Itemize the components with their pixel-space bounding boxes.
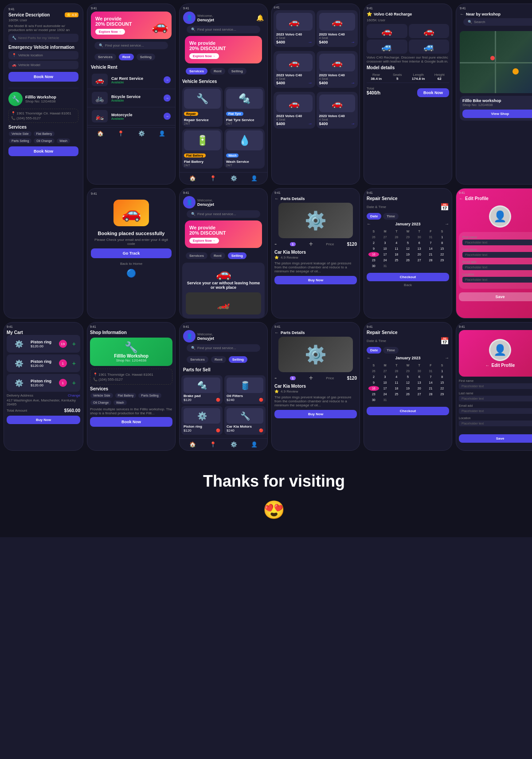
qty-plus[interactable]: + (309, 240, 313, 248)
motorcycle-arrow[interactable]: → (164, 113, 171, 120)
checkout-btn-r3[interactable]: Checkout (367, 407, 449, 415)
lastname-input[interactable]: Placeholder text (462, 252, 532, 258)
change-btn[interactable]: Change (68, 393, 80, 397)
buy-btn-r3[interactable]: Buy Now (274, 410, 357, 418)
explore-r2c3[interactable]: Explore Now → (189, 238, 219, 244)
model-input[interactable]: 🚗 Vehicle Model (8, 61, 78, 69)
brake-pad-card[interactable]: 🔩 Brake pad $120🔴 (181, 375, 223, 404)
cart-add-1[interactable]: + (72, 340, 76, 347)
save-btn-r3[interactable]: Save (459, 434, 532, 443)
save-btn-profile[interactable]: Save (459, 292, 532, 301)
location-input[interactable]: 📍 Vehicle location (8, 51, 78, 59)
volvo-book-btn[interactable]: Book Now (417, 88, 449, 97)
flat-tyre-card[interactable]: 🔩 Flat Tyre Flat Tyre Service 24/7 (224, 87, 265, 127)
time-tab[interactable]: Time (383, 213, 399, 220)
shop-r3-book-btn[interactable]: Book Now (90, 417, 172, 427)
battery-card[interactable]: 🔋 Flat Battery Flat Battery 24/7 (182, 129, 223, 169)
tab-services-col3[interactable]: Services (186, 68, 207, 75)
search-bar[interactable]: 🔍 Find your need service... (94, 42, 168, 49)
car-arrow-2[interactable]: → (351, 39, 355, 44)
nav-profile-col3[interactable]: 👤 (251, 175, 258, 181)
search-r3c3[interactable]: 🔍 Find your need service... (187, 344, 260, 352)
car-arrow-3[interactable]: → (308, 80, 313, 85)
firstname-input-r3[interactable]: Placeholder text (459, 383, 532, 389)
tab-services[interactable]: Services (94, 54, 116, 60)
date-tab[interactable]: Date (367, 213, 381, 220)
nav-settings-icon[interactable]: ⚙️ (138, 130, 145, 137)
back-arrow-col5[interactable]: ⭐ (367, 12, 372, 16)
nav-map-r3c3[interactable]: 📍 (210, 441, 216, 448)
wash-card[interactable]: 💧 Wash Wash Service 24/7 (224, 129, 265, 169)
checkout-btn[interactable]: Checkout (367, 273, 449, 281)
notification-icon[interactable]: 🔔 (256, 14, 264, 21)
go-track-btn[interactable]: Go Track (91, 248, 172, 258)
vehicle-item-car[interactable]: 🚗 Car Rent Service Available → (87, 71, 175, 89)
search-r2c3[interactable]: 🔍 Find your need service... (187, 210, 260, 218)
tab-rent-r3c3[interactable]: Rent (211, 356, 226, 363)
date-tab-r3[interactable]: Date (367, 347, 381, 354)
kia-motors-card[interactable]: 🔧 Car Kia Motors $240🔴 (224, 406, 266, 435)
car-card-3[interactable]: 🚗 2023 Volvo C40 4 Seat $400→ (274, 51, 315, 88)
nav-home-r3c3[interactable]: 🏠 (189, 441, 196, 448)
location-input-r3[interactable]: Placeholder text (459, 421, 532, 426)
next-month-r3[interactable]: → (445, 355, 449, 360)
back-link-calendar[interactable]: Back (367, 283, 449, 287)
tab-rent[interactable]: Rent (119, 54, 134, 60)
shop-book-button[interactable]: Book Now (8, 146, 78, 156)
nav-settings-col3[interactable]: ⚙️ (231, 175, 237, 181)
car-arrow-1[interactable]: → (308, 39, 313, 44)
qty-minus[interactable]: - (274, 240, 277, 248)
tab-selling[interactable]: Selling (137, 54, 155, 60)
tab-selling-r3c3[interactable]: Selling (229, 356, 247, 363)
back-arrow-parts[interactable]: ← (274, 196, 279, 201)
car-card-2[interactable]: 🚗 2023 Volvo C40 4 Seat $400→ (317, 10, 358, 47)
car-arrow-5[interactable]: → (308, 121, 313, 126)
qty-plus-r3[interactable]: + (309, 374, 313, 382)
nav-profile-r3c3[interactable]: 👤 (251, 441, 258, 448)
nav-home-icon[interactable]: 🏠 (97, 130, 104, 137)
car-card-5[interactable]: 🚗 2023 Volvo C40 4 Seat $400→ (274, 92, 315, 129)
vehicle-item-motorcycle[interactable]: 🏍️ Motorcycle Available → (87, 107, 175, 126)
email-input-r3[interactable]: Placeholder text (459, 408, 532, 414)
buy-now-btn[interactable]: Buy Now (274, 276, 357, 284)
car-card-4[interactable]: 🚗 2023 Volvo C40 4 Seat $400→ (317, 51, 358, 88)
car-arrow[interactable]: → (164, 76, 171, 83)
search-bar-col3[interactable]: 🔍 Find your need service... (187, 26, 260, 33)
nav-map-icon[interactable]: 📍 (117, 130, 124, 137)
car-arrow-6[interactable]: → (351, 121, 355, 126)
qty-minus-r3[interactable]: - (274, 374, 277, 382)
back-arrow-r3c6[interactable]: ← (485, 363, 490, 368)
tab-rent-col3[interactable]: Rent (210, 68, 225, 75)
book-now-button[interactable]: Book Now (8, 72, 78, 82)
nav-map-col3[interactable]: 📍 (210, 175, 216, 181)
firstname-input[interactable]: Placeholder text (462, 240, 532, 245)
bicycle-arrow[interactable]: → (164, 94, 171, 102)
tab-rent-r2c3[interactable]: Rent (210, 252, 225, 259)
prev-month-r3[interactable]: ← (367, 355, 371, 360)
car-card-6[interactable]: 🚗 2023 Volvo C40 4 Seat $400→ (317, 92, 358, 129)
oil-filter-card[interactable]: 🛢️ Oil Filters $240🔴 (224, 375, 266, 404)
back-arrow-r3c4[interactable]: ← (274, 330, 279, 335)
piston-ring-sell-card[interactable]: ⚙️ Piston ring $120🔴 (181, 406, 223, 435)
car-card-1[interactable]: 🚗 2023 Volvo C40 4 Seat $400→ (274, 10, 315, 47)
back-arrow-col6[interactable]: ← (460, 12, 464, 16)
view-shop-btn[interactable]: View Shop (462, 110, 532, 118)
nav-home-col3[interactable]: 🏠 (189, 175, 196, 181)
cart-buy-btn[interactable]: Buy Now (7, 416, 80, 424)
tab-selling-r2c3[interactable]: Selling (228, 252, 246, 259)
next-month[interactable]: → (445, 221, 449, 226)
tab-selling-col3[interactable]: Selling (228, 68, 246, 75)
lastname-input-r3[interactable]: Placeholder text (459, 396, 532, 401)
location-profile-input[interactable]: Placeholder text (462, 277, 532, 283)
cart-add-2[interactable]: + (72, 360, 76, 367)
workshop-search[interactable]: 🔍 Search (463, 18, 532, 26)
cart-add-3[interactable]: + (72, 379, 76, 386)
car-arrow-4[interactable]: → (351, 80, 355, 85)
prev-month[interactable]: ← (367, 221, 371, 226)
email-input[interactable]: Placeholder text (462, 264, 532, 270)
need-parts-link[interactable]: 🔧 Need Parts for my Vehicle (8, 34, 78, 42)
explore-btn-col3[interactable]: Explore Now → (189, 53, 219, 59)
tab-services-r2c3[interactable]: Services (186, 252, 207, 259)
back-home-link[interactable]: Back to Home (91, 262, 172, 266)
tab-services-r3c3[interactable]: Services (187, 356, 208, 363)
